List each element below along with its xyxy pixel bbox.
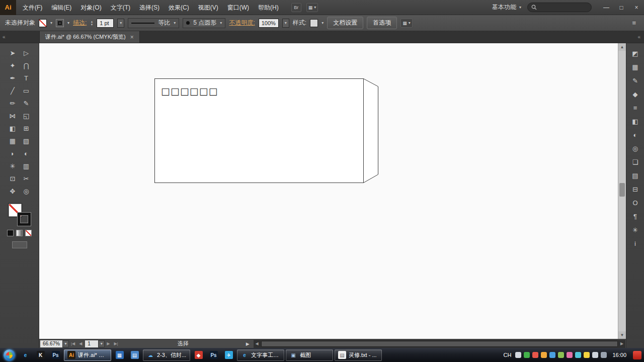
task-word-group-button[interactable]: e 文字事工组... — [237, 349, 284, 361]
scroll-down-icon[interactable]: ▼ — [618, 331, 626, 339]
chevron-down-icon[interactable]: ▾ — [67, 21, 69, 25]
tray-icon-7[interactable] — [575, 352, 581, 358]
artboards-panel-icon[interactable]: ⊟ — [629, 184, 642, 195]
shape-builder-tool[interactable]: ◧ — [6, 122, 20, 135]
envelope-placeholder-text[interactable]: □□□□□□ — [161, 85, 218, 97]
stroke-color-swatch[interactable] — [18, 213, 31, 226]
bridge-icon[interactable]: Br — [291, 3, 301, 12]
arrange-icon[interactable]: ▦ ▾ — [400, 19, 413, 28]
magic-wand-tool[interactable]: ✦ — [6, 59, 20, 72]
preferences-button[interactable]: 首选项 — [367, 17, 397, 29]
chevron-down-icon[interactable]: ▾ — [321, 21, 324, 25]
ime-icon[interactable] — [515, 352, 521, 358]
blend-tool[interactable]: ◐ — [20, 147, 33, 160]
line-segment-tool[interactable]: ╱ — [6, 84, 20, 97]
menu-item[interactable]: 编辑(E) — [47, 0, 76, 15]
stroke-width-stepper[interactable]: ▲ ▼ — [90, 20, 93, 26]
stroke-color-swatch[interactable] — [39, 19, 47, 27]
collapse-right-dock-icon[interactable]: « — [634, 31, 644, 43]
close-button[interactable]: × — [629, 0, 644, 15]
opacity-dropdown[interactable]: ▾ — [282, 19, 289, 28]
menu-item[interactable]: 文字(T) — [106, 0, 135, 15]
menu-item[interactable]: 文件(F) — [18, 0, 47, 15]
bird-app-icon[interactable]: ✈ — [222, 349, 235, 361]
red-app-icon[interactable]: ◆ — [192, 349, 205, 361]
layers-panel-icon[interactable]: ▤ — [629, 170, 642, 182]
width-tool[interactable]: ⋈ — [6, 110, 20, 122]
chevron-down-icon[interactable]: ▾ — [50, 21, 52, 25]
slice-tool[interactable]: ✂ — [20, 172, 33, 185]
graphic-styles-panel-icon[interactable]: ❏ — [629, 156, 642, 168]
arrange-documents-icon[interactable]: ▦ ▾ — [306, 3, 318, 12]
hand-tool[interactable]: ✥ — [6, 185, 20, 198]
vertical-scrollbar[interactable]: ▲ ▼ — [618, 43, 626, 339]
volume-icon[interactable] — [592, 352, 598, 358]
gradient-tool[interactable]: ▧ — [20, 135, 33, 147]
stroke-panel-icon[interactable]: ≡ — [629, 102, 642, 114]
rectangle-tool[interactable]: ▭ — [20, 84, 33, 97]
artboard-tool[interactable]: ⊡ — [6, 172, 20, 185]
direct-selection-tool[interactable]: ▷ — [20, 47, 33, 59]
character-panel-icon[interactable]: O — [629, 197, 642, 209]
mesh-tool[interactable]: ▦ — [6, 135, 20, 147]
task-screenshot-button[interactable]: ▣ 截图 — [286, 349, 333, 361]
swatches-panel-icon[interactable]: ▦ — [629, 61, 642, 73]
menu-item[interactable]: 窗口(W) — [223, 0, 254, 15]
menu-item[interactable]: 选择(S) — [135, 0, 164, 15]
transparency-panel-icon[interactable]: ◐ — [629, 129, 642, 141]
pen-tool[interactable]: ✒ — [6, 72, 20, 84]
tray-icon-4[interactable] — [549, 352, 555, 358]
brush-definition-dropdown[interactable]: 5 点圆形 ▾ — [183, 18, 225, 28]
tray-red-app-icon[interactable] — [633, 351, 641, 359]
none-mode-button[interactable] — [25, 230, 32, 236]
brushes-panel-icon[interactable]: ✎ — [629, 75, 642, 86]
paragraph-panel-icon[interactable]: ¶ — [629, 211, 642, 222]
kmplayer-icon[interactable]: K — [34, 349, 47, 361]
type-tool[interactable]: T — [20, 72, 33, 84]
status-display[interactable]: 选择 — [120, 340, 246, 347]
tray-icon-8[interactable] — [584, 352, 590, 358]
selection-tool[interactable]: ➤ — [6, 47, 20, 59]
pinned-app-icon-1[interactable]: ▦ — [113, 349, 126, 361]
color-mode-button[interactable] — [7, 230, 14, 236]
column-graph-tool[interactable]: ▥ — [20, 160, 33, 172]
symbol-sprayer-tool[interactable]: ✳ — [6, 160, 20, 172]
opacity-panel-link[interactable]: 不透明度: — [229, 19, 255, 27]
task-envelope-doc-button[interactable]: ☁ 2-3、信封... — [143, 349, 190, 361]
fill-style-box[interactable] — [56, 19, 64, 27]
appearance-panel-icon[interactable]: ◎ — [629, 143, 642, 154]
transform-panel-icon[interactable]: ✳ — [629, 224, 642, 236]
menu-item[interactable]: 视图(V) — [194, 0, 223, 15]
zoom-dropdown[interactable]: ▼ — [62, 340, 69, 347]
style-swatch[interactable] — [310, 19, 318, 27]
menu-item[interactable]: 帮助(H) — [254, 0, 283, 15]
status-menu-arrow-icon[interactable]: ▶ — [246, 341, 250, 346]
first-artboard-icon[interactable]: |◀ — [69, 341, 77, 346]
vertical-scroll-thumb[interactable] — [619, 183, 625, 197]
lasso-tool[interactable]: ⋂ — [20, 59, 33, 72]
task-lingxiu-txt-button[interactable]: ▤ 灵修.txt - ... — [335, 349, 382, 361]
restore-button[interactable]: □ — [614, 0, 629, 15]
language-indicator[interactable]: CH — [502, 352, 513, 358]
scroll-right-icon[interactable]: ▶ — [618, 341, 625, 346]
zoom-field[interactable]: 66.67% — [40, 340, 62, 347]
artboard-dropdown[interactable]: ▼ — [98, 340, 105, 347]
tab-close-icon[interactable]: × — [130, 34, 134, 41]
zoom-tool[interactable]: ◎ — [20, 185, 33, 198]
next-artboard-icon[interactable]: ▶ — [105, 341, 112, 346]
stroke-width-field[interactable]: 1 pt — [97, 19, 114, 28]
pinned-app-icon-2[interactable]: ▤ — [128, 349, 141, 361]
ie-quicklaunch-icon[interactable]: e — [19, 349, 32, 361]
collapse-left-dock-icon[interactable]: « — [0, 31, 39, 43]
last-artboard-icon[interactable]: ▶| — [112, 341, 120, 346]
document-setup-button[interactable]: 文档设置 — [327, 17, 363, 29]
width-profile-dropdown[interactable]: 等比 ▾ — [128, 18, 179, 28]
document-tab[interactable]: 课件.ai* @ 66.67% (CMYK/预览) × — [39, 31, 140, 43]
horizontal-scroll-thumb[interactable] — [261, 341, 618, 347]
menu-item[interactable]: 效果(C) — [164, 0, 194, 15]
stepper-down-icon[interactable]: ▼ — [90, 23, 93, 26]
horizontal-scrollbar[interactable]: ◀ ▶ — [254, 340, 625, 348]
tray-icon-3[interactable] — [541, 352, 547, 358]
color-panel-icon[interactable]: ◩ — [629, 48, 642, 59]
minimize-button[interactable]: — — [599, 0, 614, 15]
